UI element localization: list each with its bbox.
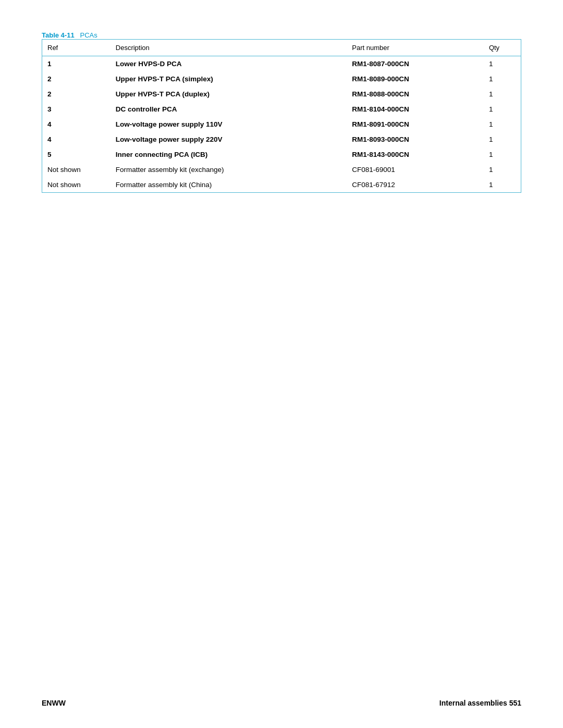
table-number: Table 4-11 [42, 31, 75, 39]
cell-ref: 2 [42, 71, 111, 87]
table-row: Not shownFormatter assembly kit (exchang… [42, 162, 521, 177]
cell-part-number: RM1-8104-000CN [347, 102, 484, 117]
cell-qty: 1 [484, 56, 521, 72]
cell-ref: 4 [42, 132, 111, 147]
table-title: Table 4-11 PCAs [42, 31, 521, 39]
cell-ref: Not shown [42, 162, 111, 177]
col-header-ref: Ref [42, 40, 111, 56]
cell-description: Low-voltage power supply 110V [111, 117, 347, 132]
cell-description: Upper HVPS-T PCA (duplex) [111, 87, 347, 102]
col-header-part-number: Part number [347, 40, 484, 56]
cell-ref: 4 [42, 117, 111, 132]
cell-description: Formatter assembly kit (China) [111, 177, 347, 193]
table-row: 5Inner connecting PCA (ICB)RM1-8143-000C… [42, 147, 521, 162]
table-row: 4Low-voltage power supply 220VRM1-8093-0… [42, 132, 521, 147]
cell-qty: 1 [484, 147, 521, 162]
table-row: 4Low-voltage power supply 110VRM1-8091-0… [42, 117, 521, 132]
table-header-row: Ref Description Part number Qty [42, 40, 521, 56]
cell-description: Low-voltage power supply 220V [111, 132, 347, 147]
cell-ref: 2 [42, 87, 111, 102]
cell-ref: 1 [42, 56, 111, 72]
footer-left: ENWW [42, 699, 66, 707]
cell-ref: 3 [42, 102, 111, 117]
page-footer: ENWW Internal assemblies 551 [0, 699, 563, 707]
col-header-qty: Qty [484, 40, 521, 56]
cell-qty: 1 [484, 162, 521, 177]
cell-ref: 5 [42, 147, 111, 162]
cell-description: DC controller PCA [111, 102, 347, 117]
cell-part-number: RM1-8143-000CN [347, 147, 484, 162]
cell-part-number: RM1-8091-000CN [347, 117, 484, 132]
cell-qty: 1 [484, 87, 521, 102]
cell-part-number: RM1-8089-000CN [347, 71, 484, 87]
cell-qty: 1 [484, 177, 521, 193]
page-content: Table 4-11 PCAs Ref Description Part num… [0, 0, 563, 224]
cell-description: Upper HVPS-T PCA (simplex) [111, 71, 347, 87]
cell-part-number: CF081-69001 [347, 162, 484, 177]
cell-part-number: RM1-8087-000CN [347, 56, 484, 72]
cell-part-number: RM1-8093-000CN [347, 132, 484, 147]
cell-ref: Not shown [42, 177, 111, 193]
table-row: 3DC controller PCARM1-8104-000CN1 [42, 102, 521, 117]
footer-right: Internal assemblies 551 [439, 699, 521, 707]
col-header-description: Description [111, 40, 347, 56]
parts-table: Ref Description Part number Qty 1Lower H… [42, 39, 521, 193]
cell-description: Formatter assembly kit (exchange) [111, 162, 347, 177]
table-row: 2Upper HVPS-T PCA (simplex)RM1-8089-000C… [42, 71, 521, 87]
cell-qty: 1 [484, 102, 521, 117]
table-row: Not shownFormatter assembly kit (China)C… [42, 177, 521, 193]
cell-description: Lower HVPS-D PCA [111, 56, 347, 72]
cell-part-number: RM1-8088-000CN [347, 87, 484, 102]
cell-qty: 1 [484, 132, 521, 147]
cell-description: Inner connecting PCA (ICB) [111, 147, 347, 162]
table-name: PCAs [80, 31, 97, 39]
cell-qty: 1 [484, 117, 521, 132]
cell-qty: 1 [484, 71, 521, 87]
table-row: 2Upper HVPS-T PCA (duplex)RM1-8088-000CN… [42, 87, 521, 102]
table-row: 1Lower HVPS-D PCARM1-8087-000CN1 [42, 56, 521, 72]
cell-part-number: CF081-67912 [347, 177, 484, 193]
